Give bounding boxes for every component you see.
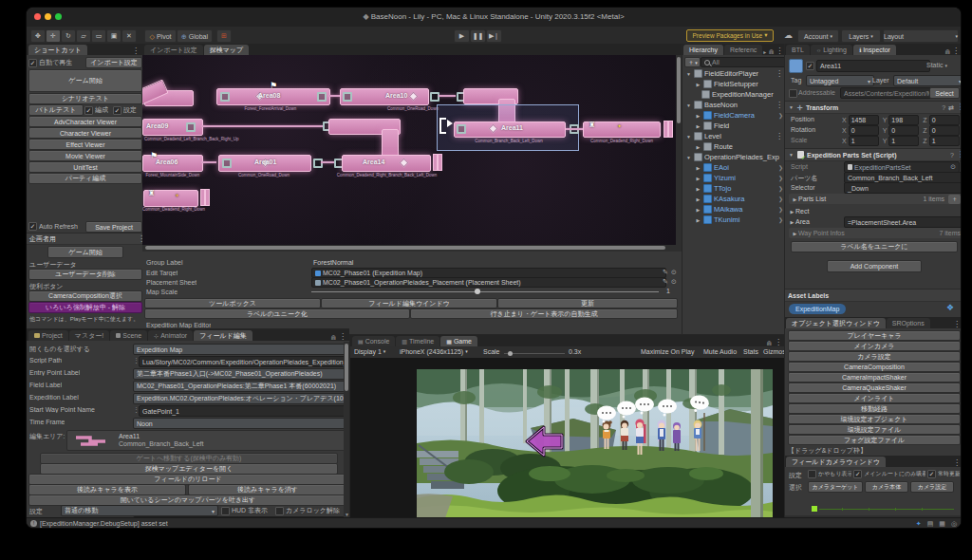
object-name-field[interactable]: Area11 [816, 60, 930, 72]
field-dropdown[interactable]: MC02_Phase01_OperationPleiades:第二章Phase1… [133, 381, 353, 392]
target-picker-icon[interactable]: ⊙ [671, 269, 677, 275]
tag-dropdown[interactable]: Untagged▾ [806, 75, 874, 86]
save-project-button[interactable]: Save Project [85, 221, 142, 233]
rotate-tool-icon[interactable]: ↻ [61, 29, 76, 43]
select-button[interactable]: Select [929, 87, 960, 99]
hensei-checkbox[interactable]: ✓編成 [84, 105, 108, 115]
panel-menu-icon[interactable]: ⋮ [132, 47, 142, 55]
mute-audio-button[interactable]: Mute Audio [703, 348, 737, 355]
autogen-button[interactable]: 行き止まり・ゲート表示の自動生成 [410, 308, 678, 319]
hierarchy-item[interactable]: ▼OperationPleiades_Exp⋮ [682, 152, 785, 162]
area-foldout[interactable]: ▶Area [789, 218, 810, 225]
progress-icon[interactable]: ◎ [951, 520, 957, 527]
unique-label-button[interactable]: ラベル名をユニークに [791, 241, 958, 252]
transform-tool-icon[interactable]: ▣ [106, 29, 122, 43]
update-button[interactable]: 更新 [497, 298, 678, 308]
camera-unlock-checkbox[interactable]: カメラロック解除 [275, 506, 340, 515]
tab-timeline[interactable]: ▥Timeline [396, 336, 439, 346]
global-toggle[interactable]: ⊕Global [177, 29, 213, 43]
hierarchy-item[interactable]: ▶Route [682, 141, 785, 152]
tab-hierarchy[interactable]: Hierarchy [683, 45, 723, 55]
panel-menu-icon[interactable]: ⋮ [336, 333, 349, 341]
rect-tool-icon[interactable]: ▭ [91, 29, 106, 43]
layers-dropdown[interactable]: Layers▾ [841, 29, 881, 43]
camera-config-button[interactable]: カメラ設定 [910, 481, 954, 493]
tab-master[interactable]: マスター! [69, 330, 109, 341]
map-hscrollbar[interactable] [142, 245, 676, 252]
area-field[interactable]: =PlacementSheet.Area [844, 216, 961, 228]
account-dropdown[interactable]: Account▾ [797, 29, 839, 43]
move-route-button[interactable]: 移動経路 [788, 403, 961, 414]
parts-set-header[interactable]: ▼✓ Expedition Parts Set (Script) ?⋮ [785, 148, 961, 161]
hierarchy-item[interactable]: ▼BaseNoon⋮ [682, 100, 785, 110]
tab-exploration-map[interactable]: 探検マップ [204, 45, 250, 55]
step-button[interactable]: ▶❘ [486, 29, 502, 43]
move-tool-icon[interactable]: ✛ [46, 29, 61, 43]
help-icon[interactable]: ? [942, 104, 945, 111]
addressable-checkbox[interactable] [789, 89, 797, 98]
scale-z-field[interactable]: 1 [929, 136, 960, 146]
component-menu-icon[interactable]: ⋮ [957, 151, 961, 159]
tab-scene[interactable]: Scene [110, 330, 147, 341]
tab-game[interactable]: ▦Game [440, 336, 477, 346]
add-object-button[interactable]: ＋▾ [684, 57, 701, 67]
hierarchy-item[interactable]: ▼Level⋮ [682, 131, 785, 141]
hierarchy-item[interactable]: ▶FieldSetupper [682, 79, 785, 89]
pivot-toggle[interactable]: ◇Pivot [144, 29, 177, 43]
help-icon[interactable]: ? [950, 152, 954, 159]
main-light-button[interactable]: メインライト [788, 393, 961, 403]
edit-pencil-icon[interactable]: ✎ [663, 278, 668, 285]
target-picker-icon[interactable]: ⊙ [671, 278, 677, 285]
hierarchy-item[interactable]: ▶MAikawa❯ [682, 204, 785, 215]
component-menu-icon[interactable]: ⋮ [957, 103, 961, 111]
timeframe-dropdown[interactable]: Noon▾ [133, 418, 353, 429]
active-checkbox[interactable]: ✓ [806, 62, 814, 70]
main-camera-button[interactable]: メインカメラ [788, 341, 961, 351]
panel-menu-icon[interactable]: ⋮ [953, 321, 961, 328]
camera-composition-button[interactable]: CameraComposition選択 [28, 290, 142, 302]
edit-pencil-icon[interactable]: ✎ [663, 269, 668, 275]
scale-tool-icon[interactable]: ▱ [76, 29, 91, 43]
scale-x-field[interactable]: 1 [849, 136, 879, 146]
asset-label-pill[interactable]: ExpeditionMap [789, 304, 846, 314]
position-x-field[interactable]: 1458 [849, 115, 879, 125]
map-scale-handle[interactable] [475, 289, 480, 294]
tab-object-select[interactable]: オブジェクト選択ウィンドウ [786, 318, 886, 328]
env-file-button[interactable]: 環境設定ファイル [788, 424, 961, 435]
panel-menu-icon[interactable]: ⋮ [772, 339, 785, 346]
scenario-test-button[interactable]: シナリオテスト [28, 93, 142, 104]
auto-play-checkbox[interactable]: ✓自動で再生 [28, 58, 72, 67]
hierarchy-item[interactable]: ▶KAsakura❯ [682, 194, 785, 204]
target-picker-icon[interactable]: ⊙ [950, 163, 956, 171]
tab-btl[interactable]: BTL [786, 45, 810, 55]
placement-sheet-field[interactable]: MC02_Phase01_OperationPleiades_Placement… [311, 277, 666, 288]
user-data-delete-button[interactable]: ユーザーデータ削除 [28, 269, 142, 280]
collab-icon[interactable]: ✦ [916, 520, 922, 527]
position-y-field[interactable]: 198 [888, 115, 919, 125]
preview-packages-button[interactable]: Preview Packages in Use▾ [686, 29, 774, 42]
map-canvas[interactable]: ⚑ Area08 Forest_ForestArrival_Down Area1… [142, 55, 676, 252]
transform-header[interactable]: ▼✛Transform ?⇄⋮ [785, 101, 961, 114]
fog-file-button[interactable]: フォグ設定ファイル [788, 435, 961, 445]
add-item-icon[interactable]: ＋ [948, 195, 961, 204]
display-dropdown[interactable]: Display 1▾ [354, 348, 385, 355]
move-mode-dropdown[interactable]: 普通の移動▾ [61, 505, 218, 516]
adv-character-viewer-button[interactable]: AdvCharacter Viewer [28, 116, 142, 127]
battle-test-button[interactable]: バトルテスト [28, 104, 84, 116]
camera-target-button[interactable]: カメラターゲット [808, 481, 863, 493]
effect-viewer-button[interactable]: Effect Viewer [28, 139, 142, 150]
env-object-button[interactable]: 環境設定オブジェクト [788, 414, 961, 424]
hierarchy-item[interactable]: ▶FieldCamera❯ [682, 110, 785, 121]
waypoint-infos-row[interactable]: ▶Way Point Infos7 items [789, 228, 961, 238]
hierarchy-item[interactable]: ▶Field [682, 121, 785, 131]
selector-field[interactable]: _Down [844, 182, 961, 194]
tab-field-edit[interactable]: フィールド編集 [194, 330, 252, 341]
hierarchy-item[interactable]: ▼FieldEditorPlayer⋮ [682, 68, 785, 79]
play-button[interactable]: ▶ [454, 29, 470, 43]
layout-dropdown[interactable]: Layout▾ [883, 29, 959, 43]
rotation-y-field[interactable]: 0 [888, 125, 919, 136]
services-icon[interactable]: ▦ [939, 520, 945, 527]
stats-button[interactable]: Stats [743, 348, 758, 355]
tab-console[interactable]: ▤Console [352, 336, 395, 346]
timeline-track[interactable] [819, 509, 954, 510]
